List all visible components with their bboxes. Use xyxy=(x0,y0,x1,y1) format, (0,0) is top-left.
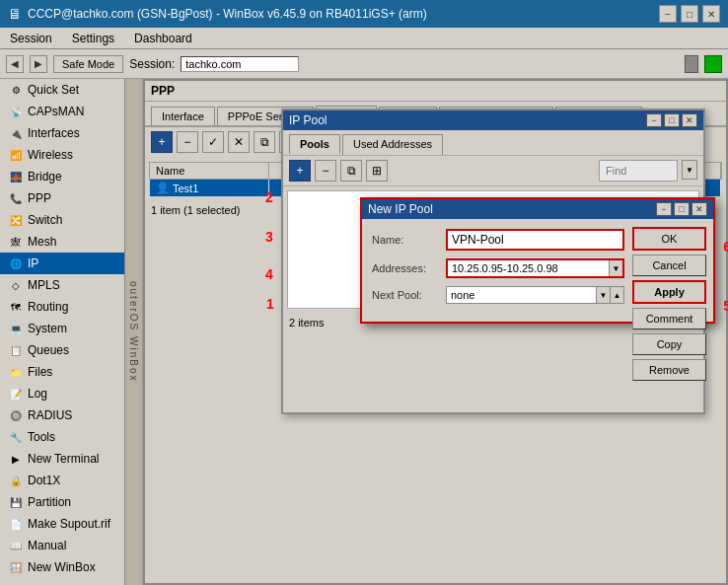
num-label-5: 5 xyxy=(723,298,728,314)
content-area: PPP Interface PPPoE Servers Secrets Prof… xyxy=(143,79,728,585)
title-text: CCCP@tachko.com (GSN-BgPost) - WinBox v6… xyxy=(28,7,427,21)
app-icon: 🖥 xyxy=(8,6,22,22)
ip-pool-maximize-button[interactable]: □ xyxy=(664,113,680,127)
interfaces-icon: 🔌 xyxy=(8,125,24,141)
supout-icon: 📄 xyxy=(8,516,24,532)
cancel-button[interactable]: Cancel xyxy=(632,255,706,276)
remove-button[interactable]: Remove xyxy=(632,359,706,381)
comment-button[interactable]: Comment xyxy=(632,308,706,329)
sidebar-item-wireless[interactable]: 📶 Wireless xyxy=(0,144,142,166)
switch-icon: 🔀 xyxy=(8,212,24,228)
tab-pools[interactable]: Pools xyxy=(289,134,340,155)
find-input[interactable] xyxy=(599,160,678,182)
files-icon: 📁 xyxy=(8,364,24,380)
sidebar-item-ppp[interactable]: 📞 PPP xyxy=(0,187,142,209)
ip-pool-tab-bar: Pools Used Addresses xyxy=(283,130,703,156)
new-ip-pool-maximize-button[interactable]: □ xyxy=(674,202,690,216)
user-icon: 👤 xyxy=(156,182,170,194)
ip-pool-minimize-button[interactable]: − xyxy=(646,113,662,127)
sidebar-item-manual[interactable]: 📖 Manual xyxy=(0,535,142,556)
next-pool-expand-btn[interactable]: ▲ xyxy=(610,287,623,303)
add-secret-button[interactable]: + xyxy=(151,131,173,153)
sidebar-item-queues[interactable]: 📋 Queues xyxy=(0,339,142,361)
sidebar-item-dot1x[interactable]: 🔒 Dot1X xyxy=(0,470,142,491)
session-input[interactable] xyxy=(181,56,299,72)
tab-interface[interactable]: Interface xyxy=(151,107,215,125)
next-pool-input[interactable] xyxy=(447,287,596,303)
sidebar-item-radius[interactable]: 🔘 RADIUS xyxy=(0,404,142,426)
sidebar-item-quickset[interactable]: ⚙ Quick Set xyxy=(0,79,142,101)
mpls-icon: ◇ xyxy=(8,277,24,293)
session-label: Session: xyxy=(129,57,175,71)
sidebar-item-terminal[interactable]: ▶ New Terminal xyxy=(0,448,142,470)
sidebar-item-interfaces[interactable]: 🔌 Interfaces xyxy=(0,122,142,144)
safe-mode-button[interactable]: Safe Mode xyxy=(53,55,123,73)
back-button[interactable]: ◀ xyxy=(6,55,24,73)
main-toolbar: ◀ ▶ Safe Mode Session: xyxy=(0,49,728,79)
sidebar-item-ip[interactable]: 🌐 IP ▶ xyxy=(0,253,142,274)
addresses-label: Addresses: xyxy=(372,262,446,274)
remove-pool-button[interactable]: − xyxy=(315,160,336,182)
check-secret-button[interactable]: ✓ xyxy=(202,131,224,153)
new-ip-pool-minimize-button[interactable]: − xyxy=(656,202,672,216)
add-pool-button[interactable]: + xyxy=(289,160,311,182)
queues-icon: 📋 xyxy=(8,342,24,358)
sidebar-item-capsman[interactable]: 📡 CAPsMAN xyxy=(0,101,142,122)
addresses-dropdown-arrow[interactable]: ▼ xyxy=(609,260,622,276)
copy-button[interactable]: Copy xyxy=(632,333,706,355)
pool-dropdown-arrow[interactable]: ▼ xyxy=(682,160,697,180)
addresses-input[interactable] xyxy=(448,260,609,276)
ok-button[interactable]: OK xyxy=(632,227,706,251)
system-icon: 💻 xyxy=(8,321,24,336)
sidebar-item-mesh[interactable]: 🕸 Mesh xyxy=(0,231,142,253)
dot1x-icon: 🔒 xyxy=(8,473,24,488)
apply-button[interactable]: Apply xyxy=(632,280,706,304)
radius-icon: 🔘 xyxy=(8,407,24,423)
name-input[interactable] xyxy=(446,229,624,251)
next-pool-dropdown-btn[interactable]: ▼ xyxy=(596,287,610,303)
sidebar-item-routing[interactable]: 🗺 Routing ▶ xyxy=(0,296,142,318)
ip-pool-toolbar: + − ⧉ ⊞ ▼ xyxy=(283,156,703,186)
sidebar-item-partition[interactable]: 💾 Partition xyxy=(0,491,142,513)
sidebar-item-files[interactable]: 📁 Files xyxy=(0,361,142,383)
menu-session[interactable]: Session xyxy=(4,30,58,47)
tab-used-addresses[interactable]: Used Addresses xyxy=(342,134,443,155)
sidebar-item-supout[interactable]: 📄 Make Supout.rif xyxy=(0,513,142,535)
addresses-field-row: Addresses: ▼ xyxy=(372,258,624,278)
new-ip-pool-close-button[interactable]: ✕ xyxy=(692,202,707,216)
sidebar-item-newwinbox[interactable]: 🪟 New WinBox xyxy=(0,556,142,578)
filter-pool-button[interactable]: ⊞ xyxy=(366,160,388,182)
next-pool-label: Next Pool: xyxy=(372,289,446,301)
num-label-2: 2 xyxy=(265,189,273,205)
num-label-1: 1 xyxy=(266,296,274,312)
tools-icon: 🔧 xyxy=(8,429,24,445)
manual-icon: 📖 xyxy=(8,538,24,553)
minimize-button[interactable]: − xyxy=(659,5,677,23)
action-buttons: OK Cancel Apply Comment Copy Remove xyxy=(632,227,707,381)
menu-bar: Session Settings Dashboard xyxy=(0,28,728,49)
close-button[interactable]: ✕ xyxy=(702,5,720,23)
forward-button[interactable]: ▶ xyxy=(30,55,47,73)
log-icon: 📝 xyxy=(8,386,24,402)
sidebar-item-log[interactable]: 📝 Log xyxy=(0,383,142,404)
ip-pool-close-button[interactable]: ✕ xyxy=(682,113,697,127)
quickset-icon: ⚙ xyxy=(8,82,24,98)
cross-secret-button[interactable]: ✕ xyxy=(228,131,250,153)
sidebar-item-tools[interactable]: 🔧 Tools ▶ xyxy=(0,426,142,448)
name-label: Name: xyxy=(372,234,446,246)
copy-pool-button[interactable]: ⧉ xyxy=(340,160,362,182)
menu-settings[interactable]: Settings xyxy=(66,30,120,47)
sidebar-item-mpls[interactable]: ◇ MPLS ▶ xyxy=(0,274,142,296)
sidebar-item-bridge[interactable]: 🌉 Bridge xyxy=(0,166,142,187)
sidebar-item-switch[interactable]: 🔀 Switch xyxy=(0,209,142,231)
ppp-title-bar: PPP xyxy=(145,81,726,102)
connection-indicator xyxy=(704,55,722,73)
maximize-button[interactable]: □ xyxy=(681,5,698,23)
new-ip-pool-dialog: New IP Pool − □ ✕ Name: Addresses: xyxy=(360,197,715,324)
newwinbox-icon: 🪟 xyxy=(8,559,24,575)
capsman-icon: 📡 xyxy=(8,104,24,119)
sidebar-item-system[interactable]: 💻 System xyxy=(0,318,142,339)
copy-secret-button[interactable]: ⧉ xyxy=(254,131,275,153)
remove-secret-button[interactable]: − xyxy=(177,131,198,153)
menu-dashboard[interactable]: Dashboard xyxy=(128,30,198,47)
